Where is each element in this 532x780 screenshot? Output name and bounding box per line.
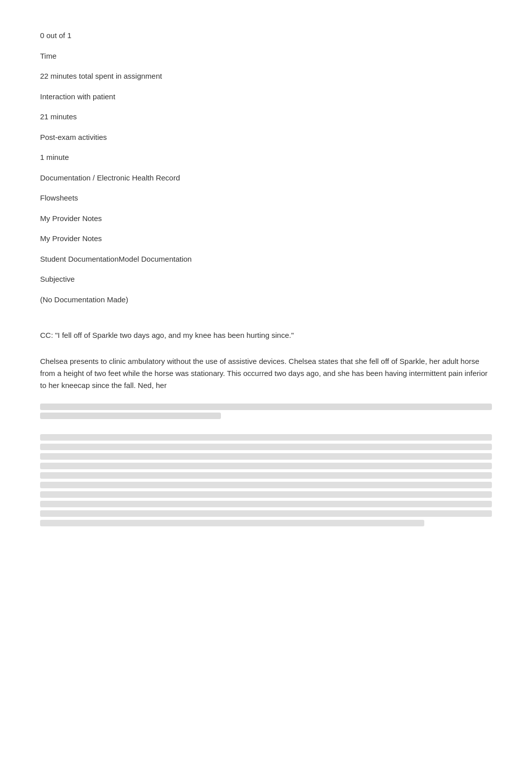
paragraph1-block: Chelsea presents to clinic ambulatory wi… xyxy=(40,355,492,392)
blurred-large-paragraph xyxy=(40,434,492,526)
provider-notes-2-text: My Provider Notes xyxy=(40,233,492,245)
blurred-para-line-7 xyxy=(40,491,492,498)
blurred-para-line-9 xyxy=(40,510,492,517)
total-time-block: 22 minutes total spent in assignment xyxy=(40,71,492,82)
interaction-value: 21 minutes xyxy=(40,111,492,123)
no-doc-block: (No Documentation Made) xyxy=(40,294,492,306)
flowsheets-block: Flowsheets xyxy=(40,192,492,204)
cc-note-text: CC: "I fell off of Sparkle two days ago,… xyxy=(40,329,492,341)
subjective-text: Subjective xyxy=(40,274,492,285)
blurred-continuation-1 xyxy=(40,404,492,419)
blurred-para-line-8 xyxy=(40,501,492,507)
score-block: 0 out of 1 xyxy=(40,30,492,42)
provider-notes-1-block: My Provider Notes xyxy=(40,213,492,225)
blurred-line-1 xyxy=(40,404,492,410)
subjective-block: Subjective xyxy=(40,274,492,285)
post-exam-header-block: Post-exam activities xyxy=(40,132,492,143)
flowsheets-text: Flowsheets xyxy=(40,192,492,204)
blurred-para-line-10 xyxy=(40,520,424,526)
time-header: Time xyxy=(40,51,492,62)
provider-notes-1-text: My Provider Notes xyxy=(40,213,492,225)
documentation-header: Documentation / Electronic Health Record xyxy=(40,172,492,184)
blurred-para-line-2 xyxy=(40,444,492,450)
blurred-para-line-5 xyxy=(40,472,492,479)
interaction-header: Interaction with patient xyxy=(40,91,492,103)
interaction-header-block: Interaction with patient xyxy=(40,91,492,103)
blurred-line-2 xyxy=(40,413,221,419)
provider-notes-2-block: My Provider Notes xyxy=(40,233,492,245)
blurred-para-line-3 xyxy=(40,453,492,460)
no-doc-text: (No Documentation Made) xyxy=(40,294,492,306)
score-text: 0 out of 1 xyxy=(40,30,492,42)
blurred-para-line-4 xyxy=(40,463,492,469)
documentation-header-block: Documentation / Electronic Health Record xyxy=(40,172,492,184)
total-time-text: 22 minutes total spent in assignment xyxy=(40,71,492,82)
time-header-block: Time xyxy=(40,51,492,62)
post-exam-value: 1 minute xyxy=(40,152,492,163)
paragraph1-text: Chelsea presents to clinic ambulatory wi… xyxy=(40,355,492,392)
blurred-para-line-1 xyxy=(40,434,492,441)
post-exam-value-block: 1 minute xyxy=(40,152,492,163)
interaction-value-block: 21 minutes xyxy=(40,111,492,123)
post-exam-header: Post-exam activities xyxy=(40,132,492,143)
student-doc-text: Student DocumentationModel Documentation xyxy=(40,254,492,265)
blurred-para-line-6 xyxy=(40,482,492,488)
cc-note-block: CC: "I fell off of Sparkle two days ago,… xyxy=(40,329,492,341)
student-doc-block: Student DocumentationModel Documentation xyxy=(40,254,492,265)
